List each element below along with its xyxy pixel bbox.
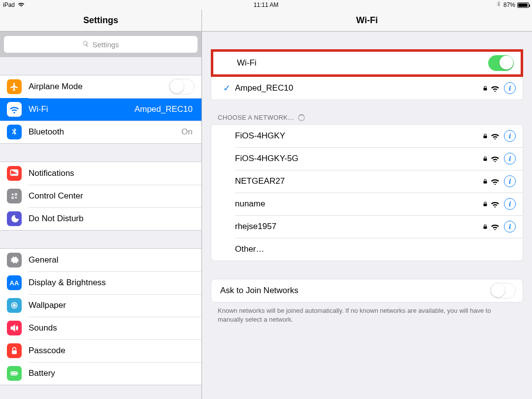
svg-rect-16 — [484, 204, 487, 206]
sidebar-title: Settings — [0, 10, 201, 32]
ask-to-join-toggle[interactable] — [490, 283, 516, 299]
lock-icon — [480, 155, 490, 162]
cell-label: Display & Brightness — [29, 278, 195, 288]
networks-group: FiOS-4HGKY i FiOS-4HGKY-5G i NETGEAR27 — [211, 124, 523, 261]
cell-label: Battery — [29, 368, 195, 378]
sidebar-item-wallpaper[interactable]: Wallpaper — [0, 294, 201, 317]
lock-icon — [480, 178, 490, 185]
wifi-toggle-row[interactable]: Wi-Fi — [213, 52, 521, 74]
sidebar-item-control-center[interactable]: Control Center — [0, 185, 201, 207]
cell-label: Sounds — [29, 323, 195, 333]
svg-point-2 — [12, 194, 14, 196]
spinner-icon — [298, 114, 305, 121]
search-input[interactable]: Settings — [4, 36, 198, 53]
sidebar-group-general: General AA Display & Brightness Wallpape… — [0, 248, 201, 385]
info-button[interactable]: i — [504, 82, 516, 94]
cell-value: On — [181, 127, 193, 137]
lock-icon — [7, 343, 22, 358]
sidebar-item-notifications[interactable]: Notifications — [0, 162, 201, 185]
info-button[interactable]: i — [504, 130, 516, 142]
info-button[interactable]: i — [504, 221, 516, 233]
sidebar-item-passcode[interactable]: Passcode — [0, 339, 201, 362]
sidebar-item-do-not-disturb[interactable]: Do Not Disturb — [0, 207, 201, 230]
connected-network-group: ✓ Amped_REC10 i — [211, 77, 523, 100]
wifi-strength-icon — [490, 200, 500, 207]
search-wrap: Settings — [0, 32, 201, 57]
sidebar-group-notifications: Notifications Control Center Do Not Dist… — [0, 162, 201, 231]
wifi-strength-icon — [490, 133, 500, 139]
sidebar-item-airplane-mode[interactable]: Airplane Mode — [0, 75, 201, 98]
cell-label: Passcode — [29, 346, 195, 356]
checkmark-icon: ✓ — [218, 83, 235, 94]
battery-pct: 87% — [503, 1, 515, 8]
search-placeholder: Settings — [92, 40, 119, 49]
gear-icon — [7, 253, 22, 267]
sidebar-item-bluetooth[interactable]: Bluetooth On — [0, 121, 201, 143]
svg-point-5 — [15, 197, 17, 199]
svg-point-3 — [15, 194, 17, 196]
network-name: FiOS-4HGKY-5G — [235, 154, 480, 164]
network-row[interactable]: FiOS-4HGKY-5G i — [211, 147, 523, 170]
cell-label: Wallpaper — [29, 300, 195, 310]
wifi-toggle[interactable] — [488, 55, 514, 71]
choose-network-header: Choose a Network… — [218, 114, 516, 121]
cell-label: Control Center — [29, 191, 195, 201]
network-name: nuname — [235, 199, 480, 209]
sidebar-item-display-brightness[interactable]: AA Display & Brightness — [0, 271, 201, 294]
svg-rect-17 — [484, 227, 487, 229]
wifi-toggle-group: Wi-Fi — [211, 49, 523, 77]
info-button[interactable]: i — [504, 153, 516, 165]
network-name: Amped_REC10 — [235, 83, 480, 93]
sidebar-item-sounds[interactable]: Sounds — [0, 317, 201, 339]
status-bar: iPad 11:11 AM 87% — [0, 0, 532, 10]
other-label: Other… — [235, 244, 516, 254]
display-icon: AA — [7, 275, 22, 290]
network-row[interactable]: nuname i — [211, 193, 523, 215]
lock-icon — [480, 223, 490, 230]
wifi-status-icon — [18, 1, 25, 8]
network-row[interactable]: NETGEAR27 i — [211, 170, 523, 193]
bluetooth-icon — [7, 125, 22, 139]
info-button[interactable]: i — [504, 198, 516, 210]
cell-label: Bluetooth — [29, 127, 181, 137]
svg-rect-15 — [484, 181, 487, 184]
wifi-strength-icon — [490, 223, 500, 230]
lock-icon — [480, 133, 490, 139]
sidebar-group-network: Airplane Mode Wi-Fi Amped_REC10 Bluetoot… — [0, 75, 201, 144]
moon-icon — [7, 211, 22, 226]
ask-to-join-footer: Known networks will be joined automatica… — [218, 306, 516, 324]
control-center-icon — [7, 189, 22, 203]
lock-icon — [480, 200, 490, 207]
ask-to-join-label: Ask to Join Networks — [220, 286, 490, 296]
cell-label: General — [29, 255, 195, 265]
svg-rect-8 — [12, 350, 17, 354]
sidebar-item-battery[interactable]: Battery — [0, 362, 201, 385]
info-button[interactable]: i — [504, 175, 516, 187]
cell-label: Notifications — [29, 168, 195, 178]
network-row[interactable]: FiOS-4HGKY i — [211, 125, 523, 147]
wifi-toggle-label: Wi-Fi — [237, 58, 488, 68]
connected-network-row[interactable]: ✓ Amped_REC10 i — [211, 77, 523, 100]
airplane-icon — [7, 79, 22, 94]
lock-icon — [480, 85, 490, 92]
ask-to-join-row[interactable]: Ask to Join Networks — [211, 279, 523, 302]
cell-label: Wi-Fi — [29, 104, 134, 114]
wifi-strength-icon — [490, 178, 500, 185]
notifications-icon — [7, 166, 22, 181]
cell-label: Do Not Disturb — [29, 214, 195, 224]
svg-rect-14 — [484, 159, 487, 161]
other-network-row[interactable]: Other… — [211, 238, 523, 261]
wifi-strength-icon — [490, 85, 500, 92]
network-row[interactable]: rhejse1957 i — [211, 215, 523, 238]
cell-label: Airplane Mode — [29, 82, 169, 92]
wifi-icon — [7, 102, 22, 117]
wallpaper-icon — [7, 298, 22, 313]
cell-value: Amped_REC10 — [134, 104, 193, 114]
svg-point-4 — [12, 197, 14, 199]
network-name: NETGEAR27 — [235, 176, 480, 186]
airplane-toggle[interactable] — [169, 79, 195, 95]
network-name: FiOS-4HGKY — [235, 131, 480, 141]
sidebar-item-general[interactable]: General — [0, 249, 201, 271]
network-name: rhejse1957 — [235, 222, 480, 232]
sidebar-item-wifi[interactable]: Wi-Fi Amped_REC10 — [0, 98, 201, 121]
